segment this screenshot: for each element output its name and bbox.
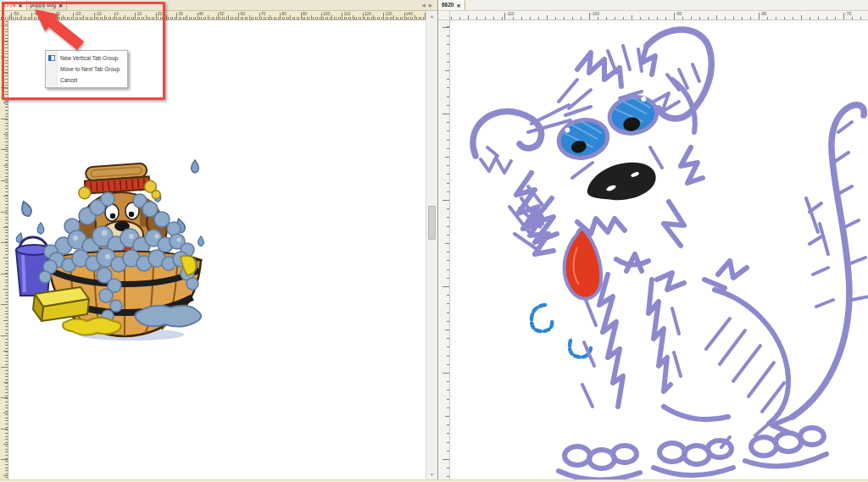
tab-label: 6620 <box>442 3 453 8</box>
ruler-label: 60 <box>240 11 245 16</box>
scroll-up-icon[interactable]: ▲ <box>426 11 437 21</box>
close-icon[interactable]: ✕ <box>456 3 460 8</box>
shaggy-dog-design[interactable] <box>450 20 868 479</box>
red-arrow-annotation <box>24 3 92 61</box>
menu-item-label: Move to Next Tab Group <box>60 66 120 72</box>
left-vertical-scrollbar[interactable]: ▲ ▼ <box>426 11 437 479</box>
yellow-puddle <box>63 318 121 335</box>
ruler-label: 120 <box>364 11 371 16</box>
right-horizontal-ruler: -110-100-90-80-70 <box>450 11 868 20</box>
tongue <box>565 229 602 298</box>
ruler-label: -110 <box>506 11 515 16</box>
menu-item-label: Cancel <box>60 77 77 83</box>
ruler-label: 10 <box>136 11 142 16</box>
left-ear <box>473 112 542 173</box>
ruler-label: -50 <box>13 11 19 16</box>
scrollbar-thumb[interactable] <box>428 206 436 240</box>
paws <box>559 424 826 479</box>
tab-7774[interactable]: 7774 ✕ <box>0 0 27 10</box>
ruler-label: 20 <box>158 11 163 16</box>
close-icon[interactable]: ✕ <box>18 3 22 8</box>
scroll-right-icon[interactable]: ▶ <box>429 3 432 8</box>
ruler-label: -10 <box>96 11 102 16</box>
tab-6620[interactable]: 6620 ✕ <box>438 0 465 10</box>
ruler-label: -80 <box>760 11 766 16</box>
left-canvas[interactable] <box>8 20 426 479</box>
right-ruler-corner: ▫ <box>438 11 450 20</box>
ruler-label: 0 <box>116 11 119 16</box>
muzzle-fur <box>531 198 684 265</box>
tab-label: 7774 <box>3 3 15 8</box>
ruler-label: 140 <box>406 11 413 16</box>
ruler-label: -90 <box>676 11 682 16</box>
tab-scroll-buttons: ◀ ▶ <box>417 0 437 10</box>
ruler-label: -100 <box>591 11 599 16</box>
right-tab-bar: 6620 ✕ <box>438 0 868 11</box>
right-design-panel: 6620 ✕ ▫ -110-100-90-80-70 <box>438 0 868 482</box>
puppy-bath-design[interactable] <box>13 148 208 343</box>
ruler-label: 80 <box>281 11 287 16</box>
scroll-left-icon[interactable]: ◀ <box>422 3 426 8</box>
ruler-label: 100 <box>323 11 330 16</box>
embroidery-app-window: 7774 ✕ puppy dog ✕ ◀ ▶ ▫ -50-40-30-20-10… <box>0 0 868 482</box>
nose <box>587 163 656 201</box>
right-eye <box>606 92 660 138</box>
ruler-label: 110 <box>343 11 350 16</box>
drool-drops <box>531 305 591 357</box>
ruler-label: 90 <box>303 11 308 16</box>
ruler-label: 30 <box>178 11 183 16</box>
ruler-label: 70 <box>261 11 266 16</box>
ruler-label: -70 <box>845 11 851 16</box>
blue-puddle <box>135 306 201 327</box>
ruler-label: 130 <box>385 11 392 16</box>
menu-item-cancel[interactable]: Cancel <box>46 75 127 86</box>
right-vertical-ruler <box>438 20 450 479</box>
body-and-legs <box>515 186 788 424</box>
ruler-label: 40 <box>199 11 204 16</box>
ruler-label: 50 <box>220 11 225 16</box>
left-vertical-ruler <box>0 20 8 479</box>
sponge <box>33 287 89 321</box>
scroll-down-icon[interactable]: ▼ <box>426 469 437 479</box>
right-canvas[interactable] <box>450 20 868 479</box>
menu-item-move-to-next-tab-group[interactable]: Move to Next Tab Group <box>46 64 127 75</box>
